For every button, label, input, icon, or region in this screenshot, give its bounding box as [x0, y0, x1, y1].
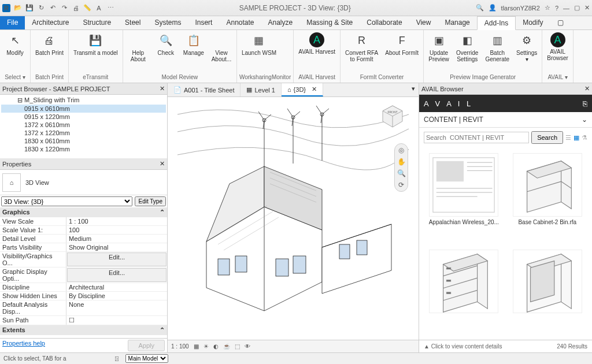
close-icon[interactable]: ✕: [584, 4, 590, 12]
tab-systems[interactable]: Systems: [147, 16, 188, 29]
dock-icon[interactable]: ⎘: [583, 99, 587, 108]
view-tab[interactable]: 📄A001 - Title Sheet: [168, 83, 240, 96]
view-button[interactable]: ViewAbout...: [209, 31, 234, 64]
tree-item[interactable]: 1830 x 1220mm: [1, 145, 166, 153]
qat-more-icon[interactable]: ⋯: [106, 4, 114, 12]
redo-icon[interactable]: ↷: [60, 4, 68, 12]
zoom-icon[interactable]: 🔍: [397, 169, 406, 177]
save-icon[interactable]: 💾: [25, 4, 34, 12]
property-value[interactable]: By Discipline: [66, 292, 167, 300]
hide-icon[interactable]: 👁: [245, 343, 250, 350]
sun-path-icon[interactable]: ☀: [204, 343, 209, 350]
viewcube[interactable]: FRONT: [378, 103, 407, 132]
launchwsm-button[interactable]: ▦Launch WSM: [239, 31, 279, 57]
tree-item[interactable]: 1372 x 0610mm: [1, 121, 166, 129]
3d-viewport[interactable]: FRONT ◎ ✋ 🔍 ⟳: [168, 97, 419, 340]
apply-button[interactable]: Apply: [128, 340, 165, 351]
grid-view-icon[interactable]: ▦: [574, 134, 579, 142]
avail-details-hint[interactable]: ▲ Click to view content details: [424, 343, 502, 350]
update-button[interactable]: ▣UpdatePreview: [426, 31, 452, 64]
selection-filter-icon[interactable]: ⍄: [115, 355, 119, 362]
batchprint-button[interactable]: 🖨Batch Print: [33, 31, 66, 57]
favorite-icon[interactable]: ☆: [545, 4, 550, 12]
close-icon[interactable]: ✕: [160, 160, 165, 168]
steering-wheel-icon[interactable]: ◎: [398, 146, 404, 154]
crop-icon[interactable]: ⬚: [235, 343, 240, 350]
tab-file[interactable]: File: [0, 16, 25, 29]
undo-icon[interactable]: ↶: [49, 4, 57, 12]
view-selector[interactable]: 3D View: {3D}: [1, 196, 132, 206]
check-button[interactable]: 🔍Check: [153, 31, 179, 57]
help-icon[interactable]: ?: [555, 5, 558, 12]
tab-app-icon[interactable]: ▢: [550, 16, 571, 29]
tab-architecture[interactable]: Architecture: [25, 16, 76, 29]
search-icon[interactable]: 🔍: [476, 4, 484, 12]
convertrfa-button[interactable]: RConvert RFAto FormIt: [343, 31, 380, 64]
settings-button[interactable]: ⚙Settings▾: [514, 31, 539, 64]
search-input[interactable]: [424, 132, 529, 143]
property-value[interactable]: 100: [66, 226, 167, 234]
tab-manage[interactable]: Manage: [438, 16, 476, 29]
close-icon[interactable]: ✕: [160, 85, 165, 92]
tab-steel[interactable]: Steel: [118, 16, 147, 29]
search-button[interactable]: Search: [531, 131, 563, 144]
avail-button[interactable]: AAVAILBrowser: [545, 31, 571, 62]
property-value[interactable]: Show Original: [66, 243, 167, 251]
property-value[interactable]: None: [66, 300, 167, 315]
property-value[interactable]: ☐: [66, 316, 167, 325]
text-icon[interactable]: A: [95, 4, 103, 12]
view-tab[interactable]: ⌂{3D}✕: [282, 83, 323, 96]
avail-result-item[interactable]: [509, 250, 587, 334]
tab-addins[interactable]: Add-Ins: [477, 16, 516, 30]
tab-insert[interactable]: Insert: [188, 16, 219, 29]
properties-help-link[interactable]: Properties help: [2, 340, 45, 351]
render-icon[interactable]: ☕: [223, 343, 230, 350]
property-value[interactable]: 1 : 100: [66, 217, 167, 225]
minimize-icon[interactable]: —: [563, 5, 569, 12]
help-button[interactable]: HelpAbout: [125, 31, 151, 64]
edit-type-button[interactable]: Edit Type: [135, 196, 166, 206]
aboutformit-button[interactable]: FAbout FormIt: [383, 31, 421, 57]
view-tab[interactable]: ▦Level 1: [240, 83, 281, 96]
tree-item[interactable]: 0915 x 0610mm: [1, 105, 166, 113]
orbit-icon[interactable]: ⟳: [398, 181, 404, 189]
tab-dropdown-icon[interactable]: ▾: [408, 83, 419, 96]
avail-section-header[interactable]: CONTENT | REVIT ⌄: [419, 112, 592, 128]
transmitamodel-button[interactable]: 💾Transmit a model: [71, 31, 120, 57]
tab-view[interactable]: View: [409, 16, 438, 29]
workset-selector[interactable]: Main Model: [125, 354, 168, 363]
manage-button[interactable]: 📋Manage: [181, 31, 206, 57]
list-view-icon[interactable]: ☰: [565, 134, 571, 142]
availharvest-button[interactable]: AAVAIL Harvest: [296, 31, 338, 56]
print-icon[interactable]: 🖨: [72, 4, 80, 12]
tab-massingsite[interactable]: Massing & Site: [299, 16, 360, 29]
property-value[interactable]: Edit...: [67, 268, 166, 282]
batch-button[interactable]: ▥BatchGenerate: [483, 31, 512, 64]
tab-modify[interactable]: Modify: [516, 16, 550, 29]
tree-parent[interactable]: ⊟ M_Sliding with Trim: [1, 96, 166, 105]
modify-button[interactable]: ↖Modify: [2, 31, 28, 57]
avail-result-item[interactable]: Base Cabinet-2 Bin.rfa: [509, 153, 587, 244]
user-icon[interactable]: 👤: [489, 4, 497, 12]
avail-result-item[interactable]: Appalachian Wireless_20...: [425, 153, 503, 244]
property-category[interactable]: Graphics⌃: [0, 207, 167, 217]
tab-analyze[interactable]: Analyze: [261, 16, 300, 29]
open-icon[interactable]: 📂: [14, 4, 22, 12]
tree-item[interactable]: 1830 x 0610mm: [1, 137, 166, 145]
model-graphics-icon[interactable]: ▦: [194, 343, 199, 350]
close-icon[interactable]: ✕: [312, 86, 317, 93]
measure-icon[interactable]: 📏: [83, 4, 91, 12]
scale-display[interactable]: 1 : 100: [171, 343, 189, 350]
filter-icon[interactable]: ⚗: [582, 134, 587, 142]
override-button[interactable]: ◧OverrideSettings: [454, 31, 480, 64]
tab-structure[interactable]: Structure: [76, 16, 118, 29]
property-value[interactable]: Architectural: [66, 283, 167, 291]
tab-annotate[interactable]: Annotate: [219, 16, 261, 29]
close-icon[interactable]: ✕: [584, 85, 590, 92]
shadows-icon[interactable]: ◐: [213, 343, 219, 350]
property-value[interactable]: Medium: [66, 235, 167, 243]
sync-icon[interactable]: ↻: [37, 4, 45, 12]
tree-item[interactable]: 1372 x 1220mm: [1, 129, 166, 137]
avail-result-item[interactable]: [425, 250, 503, 334]
property-value[interactable]: Edit...: [67, 252, 166, 266]
